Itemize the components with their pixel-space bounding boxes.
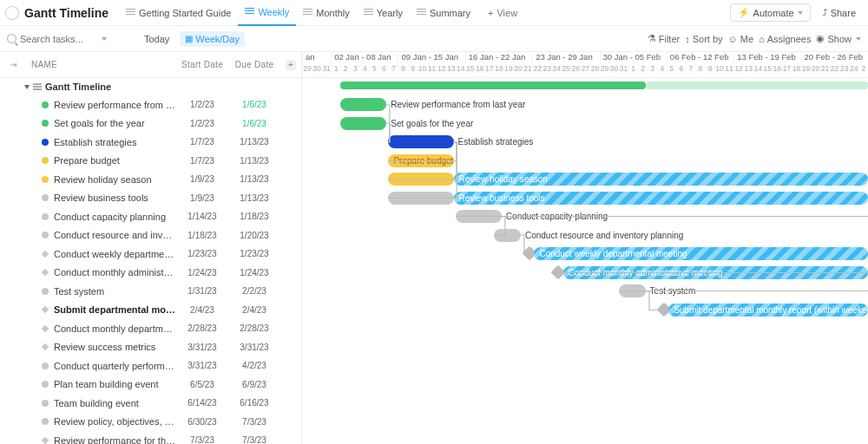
task-row[interactable]: Team building event6/14/236/16/23 [0, 394, 301, 413]
task-name: Review holiday season [54, 174, 176, 185]
search-input[interactable] [7, 34, 120, 44]
automate-button[interactable]: ⚡ Automate [730, 3, 811, 22]
task-row[interactable]: Review policy, objectives, and busi...6/… [0, 413, 301, 432]
task-row[interactable]: Review business tools1/9/231/13/23 [0, 189, 301, 208]
filter-button[interactable]: ⚗Filter [648, 33, 680, 44]
assignees-button[interactable]: ⌂Assignees [759, 34, 811, 44]
task-row[interactable]: Set goals for the year1/2/231/6/23 [0, 114, 301, 134]
tab-weekly[interactable]: Weekly [238, 0, 296, 26]
task-start: 1/2/23 [176, 119, 228, 128]
task-due: 1/23/23 [228, 249, 280, 258]
task-start: 7/3/23 [176, 435, 228, 444]
gantt-bar[interactable] [388, 173, 453, 186]
task-row[interactable]: Conduct capacity planning1/14/231/18/23 [0, 207, 301, 226]
task-row[interactable]: Review performance for the last 6 ...7/3… [0, 431, 301, 444]
gantt-bar[interactable] [340, 98, 386, 111]
gantt-bar[interactable]: Review business tools [454, 192, 868, 205]
gantt-bar-label: Set goals for the year [391, 117, 473, 130]
day-label: 6 [676, 64, 686, 78]
task-name: Review success metrics [54, 342, 176, 352]
app-title: Gantt Timeline [24, 6, 108, 20]
task-row[interactable]: Plan team building event6/5/236/9/23 [0, 375, 301, 395]
gantt-bar[interactable]: Conduct weekly departmental meeting [534, 247, 868, 260]
col-name-header[interactable]: NAME [26, 60, 176, 69]
week-label: 02 Jan - 08 Jan [331, 52, 398, 64]
task-name: Conduct quarterly performance m... [54, 361, 176, 371]
weekday-toggle[interactable]: ▦ Week/Day [180, 31, 245, 47]
list-icon [364, 9, 373, 17]
share-button[interactable]: ⤴ Share [816, 5, 863, 21]
chevron-down-icon [102, 37, 107, 41]
summary-bar[interactable] [646, 82, 868, 89]
gantt-bar[interactable]: Conduct monthly administrative meeting [563, 266, 868, 279]
day-label: 29 [599, 64, 608, 78]
task-row[interactable]: Establish strategies1/7/231/13/23 [0, 133, 301, 152]
task-start: 3/31/23 [176, 343, 228, 352]
tab-yearly[interactable]: Yearly [357, 0, 410, 26]
day-label: 10 [714, 64, 724, 78]
task-name: Test system [54, 286, 176, 297]
col-due-header[interactable]: Due Date [228, 60, 280, 69]
gantt-bar[interactable] [456, 210, 502, 223]
gantt-bar[interactable] [388, 192, 453, 205]
task-name: Conduct monthly administrative m... [54, 267, 176, 278]
day-label: 27 [580, 64, 589, 78]
col-start-header[interactable]: Start Date [176, 60, 228, 69]
day-label: 22 [532, 64, 542, 78]
task-row[interactable]: Test system1/31/232/2/23 [0, 282, 301, 301]
week-label: 16 Jan - 22 Jan [465, 52, 532, 64]
task-row[interactable]: Prepare budget1/7/231/13/23 [0, 152, 301, 171]
task-row[interactable]: Review holiday season1/9/231/13/23 [0, 170, 301, 189]
day-label: 24 [551, 64, 561, 78]
task-start: 1/7/23 [176, 156, 228, 166]
status-dot-icon [42, 157, 49, 164]
tab-summary[interactable]: Summary [410, 0, 477, 26]
gantt-pane[interactable]: an02 Jan - 08 Jan09 Jan - 15 Jan16 Jan -… [302, 52, 868, 444]
gantt-bar[interactable]: Review holiday season [454, 173, 868, 186]
task-name: Team building event [54, 398, 176, 408]
task-start: 2/4/23 [176, 305, 228, 315]
milestone-icon [42, 251, 49, 258]
eye-icon: ◉ [816, 33, 825, 44]
task-row[interactable]: Submit departmental monthly re...2/4/232… [0, 301, 301, 320]
task-due: 4/2/23 [228, 361, 280, 370]
task-start: 1/24/23 [176, 268, 228, 278]
tab-getting-started-guide[interactable]: Getting Started Guide [119, 0, 238, 26]
show-button[interactable]: ◉Show [816, 33, 861, 44]
status-dot-icon [42, 120, 49, 127]
gantt-bar[interactable] [619, 284, 646, 297]
gantt-bar[interactable] [494, 229, 521, 242]
task-row[interactable]: Review performance from last year1/2/231… [0, 95, 301, 114]
status-dot-icon [42, 362, 49, 369]
gantt-bar[interactable]: Prepare budget [388, 154, 453, 167]
task-row[interactable]: Conduct weekly departmental me...1/23/23… [0, 245, 301, 264]
gantt-bar-label: Test system [650, 284, 696, 297]
group-row[interactable]: Gantt Timeline [0, 78, 301, 95]
today-button[interactable]: Today [139, 31, 174, 47]
add-view-button[interactable]: + View [479, 8, 526, 18]
me-button[interactable]: ☺Me [728, 34, 754, 44]
week-label: 23 Jan - 29 Jan [532, 52, 599, 64]
add-column-button[interactable]: + [280, 60, 301, 70]
task-row[interactable]: Conduct monthly departmental m...2/28/23… [0, 319, 301, 338]
task-name: Prepare budget [54, 155, 176, 166]
day-label: 11 [427, 64, 437, 78]
task-row[interactable]: Conduct resource and inventory pl...1/18… [0, 226, 301, 245]
gantt-bar[interactable] [388, 135, 453, 148]
summary-bar[interactable] [340, 82, 645, 89]
task-row[interactable]: Conduct monthly administrative m...1/24/… [0, 264, 301, 283]
day-label: 13 [743, 64, 753, 78]
task-start: 1/18/23 [176, 231, 228, 240]
calendar-icon: ▦ [185, 34, 193, 43]
tab-monthly[interactable]: Monthly [296, 0, 357, 26]
search-field[interactable] [20, 34, 98, 44]
gantt-bar[interactable]: Submit departmental monthly report (with… [668, 304, 868, 317]
day-label: 18 [494, 64, 503, 78]
sort-button[interactable]: ↕Sort by [685, 34, 722, 44]
task-row[interactable]: Review success metrics3/31/233/31/23 [0, 338, 301, 357]
expand-all-icon[interactable]: ⇥ [0, 60, 26, 69]
gantt-bar[interactable] [340, 117, 386, 130]
status-dot-icon [42, 418, 49, 425]
day-label: 25 [561, 64, 570, 78]
task-row[interactable]: Conduct quarterly performance m...3/31/2… [0, 356, 301, 375]
